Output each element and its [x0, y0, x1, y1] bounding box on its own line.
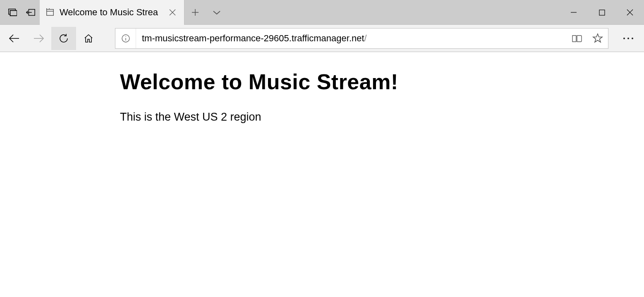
svg-rect-13 [599, 10, 605, 15]
svg-rect-1 [10, 10, 17, 16]
tab-aside-button[interactable] [3, 0, 22, 25]
set-tabs-aside-button[interactable] [22, 0, 40, 25]
maximize-button[interactable] [588, 0, 616, 25]
url-text[interactable]: tm-musicstream-performance-29605.traffic… [136, 33, 567, 44]
url-path: / [364, 33, 367, 43]
reading-view-button[interactable] [567, 29, 587, 48]
svg-marker-22 [593, 34, 602, 42]
svg-rect-4 [47, 10, 54, 16]
new-tab-button[interactable] [184, 0, 206, 25]
back-button[interactable] [2, 27, 26, 50]
tab-title: Welcome to Music Strea [60, 7, 162, 18]
page-icon [45, 8, 55, 17]
titlebar-tab-controls [184, 0, 227, 24]
browser-tab[interactable]: Welcome to Music Strea [40, 0, 184, 25]
refresh-button[interactable] [51, 27, 76, 50]
titlebar-drag-area [227, 0, 560, 24]
svg-point-20 [125, 36, 126, 37]
settings-menu-button[interactable] [616, 27, 641, 50]
svg-point-25 [632, 38, 633, 39]
titlebar-left [0, 0, 40, 24]
close-window-button[interactable] [616, 0, 644, 25]
page-heading: Welcome to Music Stream! [120, 69, 644, 94]
tab-preview-button[interactable] [206, 0, 227, 25]
minimize-button[interactable] [560, 0, 588, 25]
titlebar: Welcome to Music Strea [0, 0, 644, 25]
site-info-button[interactable] [115, 29, 136, 48]
toolbar: tm-musicstream-performance-29605.traffic… [0, 25, 644, 52]
tab-close-button[interactable] [167, 7, 178, 18]
svg-point-23 [623, 38, 625, 39]
url-host: tm-musicstream-performance-29605.traffic… [142, 33, 364, 43]
svg-point-24 [627, 38, 629, 39]
page-content: Welcome to Music Stream! This is the Wes… [0, 52, 644, 297]
forward-button[interactable] [26, 27, 51, 50]
page-body-text: This is the West US 2 region [120, 111, 644, 124]
home-button[interactable] [76, 27, 101, 50]
favorites-button[interactable] [587, 29, 608, 48]
address-bar[interactable]: tm-musicstream-performance-29605.traffic… [115, 28, 608, 49]
window-controls [560, 0, 644, 24]
